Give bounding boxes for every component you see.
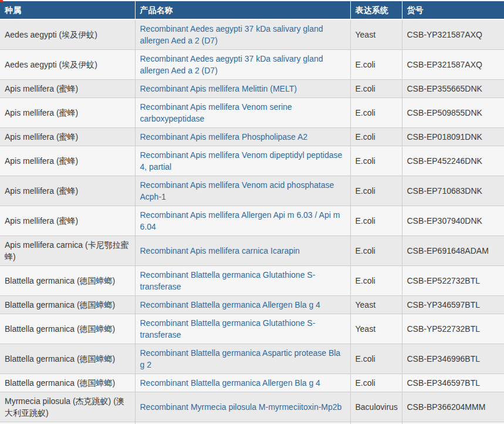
table-row: Blattella germanica (德国蟑螂) Recombinant B… [0,266,504,296]
product-catalog-table: 种属 产品名称 表达系统 货号 Aedes aegypti (埃及伊蚊) Rec… [0,1,504,424]
expression-system-cell: Yeast [350,19,402,50]
expression-system-cell: E.coli [350,266,402,296]
table-row: Apis mellifera (蜜蜂) Recombinant Apis mel… [0,176,504,206]
product-link[interactable]: Recombinant Apis mellifera Melittin (MEL… [140,84,297,93]
table-row: Aedes aegypti (埃及伊蚊) Recombinant Aedes a… [0,19,504,50]
catalog-number-cell: CSB-EP452246DNK [402,146,504,176]
catalog-number-cell: CSB-EP710683DNK [402,176,504,206]
species-cell: Apis mellifera (蜜蜂) [0,176,135,206]
product-cell: Recombinant Blattella germanica Allergen… [135,374,350,392]
species-cell: Apis mellifera (蜜蜂) [0,146,135,176]
expression-system-cell: E.coli [350,374,402,392]
catalog-number-cell: CSB-EP018091DNK [402,128,504,146]
product-cell: Recombinant Apis mellifera Venom dipepti… [135,146,350,176]
species-cell: Myrmecia pilosula (杰克跳蚁) (澳大利亚跳蚁) [0,392,135,422]
species-cell: Blattella germanica (德国蟑螂) [0,314,135,344]
product-cell: Recombinant Blattella germanica Aspartic… [135,344,350,374]
product-cell: Recombinant Myrmecia pilosula M-myrmecii… [135,392,350,422]
product-link[interactable]: Recombinant Apis mellifera Allergen Api … [140,210,340,231]
catalog-number-cell: CSB-EP346597BTL [402,374,504,392]
product-link[interactable]: Recombinant Blattella germanica Allergen… [140,378,320,388]
product-link[interactable]: Recombinant Blattella germanica Aspartic… [140,348,341,369]
table-row: Blattella germanica (德国蟑螂) Recombinant B… [0,314,504,344]
product-link[interactable]: Recombinant Aedes aegypti 37 kDa salivar… [140,54,323,75]
catalog-number-cell: CSB-EP522732BTL [402,266,504,296]
column-header-expression-system: 表达系统 [350,1,402,19]
expression-system-cell: Baculovirus [350,392,402,422]
empty-cell [350,422,402,424]
species-cell: Blattella germanica (德国蟑螂) [0,296,135,314]
catalog-number-cell: CSB-EP321587AXQ [402,50,504,80]
table-row: Apis mellifera (蜜蜂) Recombinant Apis mel… [0,146,504,176]
catalog-number-cell: CSB-YP522732BTL [402,314,504,344]
species-cell: Blattella germanica (德国蟑螂) [0,344,135,374]
product-cell: Recombinant Apis mellifera Melittin (MEL… [135,80,350,98]
catalog-page: 种属 产品名称 表达系统 货号 Aedes aegypti (埃及伊蚊) Rec… [0,0,504,424]
table-row: Apis mellifera (蜜蜂) Recombinant Apis mel… [0,98,504,128]
product-cell: Recombinant Apis mellifera carnica Icara… [135,236,350,266]
product-link[interactable]: Recombinant Blattella germanica Allergen… [140,300,320,309]
table-row: Apis mellifera (蜜蜂) Recombinant Apis mel… [0,128,504,146]
empty-cell [0,422,135,424]
product-cell: Recombinant Blattella germanica Glutathi… [135,266,350,296]
corner-artifact [0,0,3,2]
expression-system-cell: E.coli [350,206,402,236]
table-row: Apis mellifera (蜜蜂) Recombinant Apis mel… [0,206,504,236]
product-cell: Recombinant Apis mellifera Phospholipase… [135,128,350,146]
product-cell: Recombinant Apis mellifera Venom serine … [135,98,350,128]
table-row: Aedes aegypti (埃及伊蚊) Recombinant Aedes a… [0,50,504,80]
catalog-number-cell: CSB-EP509855DNK [402,98,504,128]
expression-system-cell: E.coli [350,344,402,374]
expression-system-cell: E.coli [350,146,402,176]
table-row: Blattella germanica (德国蟑螂) Recombinant B… [0,296,504,314]
empty-cell [135,422,350,424]
catalog-number-cell: CSB-EP691648ADAM [402,236,504,266]
product-link[interactable]: Recombinant Apis mellifera carnica Icara… [140,246,300,255]
expression-system-cell: E.coli [350,236,402,266]
catalog-number-cell: CSB-YP346597BTL [402,296,504,314]
empty-cell [402,422,504,424]
product-link[interactable]: Recombinant Apis mellifera Venom acid ph… [140,180,334,201]
column-header-catalog-number: 货号 [402,1,504,19]
table-row: Blattella germanica (德国蟑螂) Recombinant B… [0,374,504,392]
expression-system-cell: E.coli [350,176,402,206]
species-cell: Aedes aegypti (埃及伊蚊) [0,19,135,50]
expression-system-cell: Yeast [350,296,402,314]
table-row: Apis mellifera (蜜蜂) Recombinant Apis mel… [0,80,504,98]
expression-system-cell: E.coli [350,50,402,80]
column-header-product-name: 产品名称 [135,1,350,19]
product-cell: Recombinant Aedes aegypti 37 kDa salivar… [135,50,350,80]
species-cell: Apis mellifera (蜜蜂) [0,128,135,146]
species-cell: Aedes aegypti (埃及伊蚊) [0,50,135,80]
product-cell: Recombinant Aedes aegypti 37 kDa salivar… [135,19,350,50]
product-link[interactable]: Recombinant Blattella germanica Glutathi… [140,318,316,339]
product-cell: Recombinant Apis mellifera Allergen Api … [135,206,350,236]
expression-system-cell: E.coli [350,80,402,98]
product-cell: Recombinant Blattella germanica Allergen… [135,296,350,314]
species-cell: Apis mellifera (蜜蜂) [0,98,135,128]
product-cell: Recombinant Apis mellifera Venom acid ph… [135,176,350,206]
table-row: Myrmecia pilosula (杰克跳蚁) (澳大利亚跳蚁) Recomb… [0,392,504,422]
expression-system-cell: E.coli [350,98,402,128]
product-cell: Recombinant Blattella germanica Glutathi… [135,314,350,344]
product-link[interactable]: Recombinant Apis mellifera Venom dipepti… [140,150,343,171]
table-row-partial [0,422,504,424]
species-cell: Apis mellifera (蜜蜂) [0,80,135,98]
product-link[interactable]: Recombinant Apis mellifera Venom serine … [140,102,292,123]
expression-system-cell: Yeast [350,314,402,344]
species-cell: Blattella germanica (德国蟑螂) [0,374,135,392]
catalog-number-cell: CSB-EP355665DNK [402,80,504,98]
catalog-number-cell: CSB-EP307940DNK [402,206,504,236]
catalog-number-cell: CSB-YP321587AXQ [402,19,504,50]
product-link[interactable]: Recombinant Aedes aegypti 37 kDa salivar… [140,24,323,45]
product-link[interactable]: Recombinant Apis mellifera Phospholipase… [140,132,308,142]
species-cell: Apis mellifera (蜜蜂) [0,206,135,236]
catalog-number-cell: CSB-BP366204MMM [402,392,504,422]
table-header-row: 种属 产品名称 表达系统 货号 [0,1,504,19]
expression-system-cell: E.coli [350,128,402,146]
product-link[interactable]: Recombinant Myrmecia pilosula M-myrmecii… [140,402,342,412]
species-cell: Blattella germanica (德国蟑螂) [0,266,135,296]
table-row: Apis mellifera carnica (卡尼鄂拉蜜蜂) Recombin… [0,236,504,266]
species-cell: Apis mellifera carnica (卡尼鄂拉蜜蜂) [0,236,135,266]
product-link[interactable]: Recombinant Blattella germanica Glutathi… [140,270,316,291]
